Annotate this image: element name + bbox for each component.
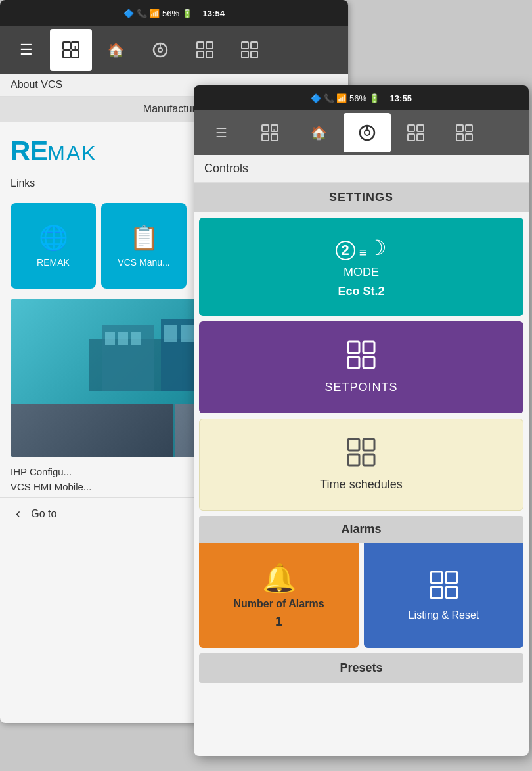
time-schedules-label: Time schedules (320, 478, 402, 492)
svg-rect-48 (348, 454, 359, 465)
vcs-manual-label: VCS Manu... (118, 257, 169, 268)
svg-rect-53 (446, 587, 457, 598)
time-back: 13:54 (203, 9, 225, 18)
svg-rect-37 (417, 134, 424, 141)
presets-bar: Presets (199, 653, 523, 683)
svg-rect-23 (181, 325, 194, 342)
svg-rect-52 (431, 587, 442, 598)
svg-point-7 (158, 48, 162, 52)
svg-text:i: i (74, 44, 76, 51)
setpoints-icon-back[interactable] (184, 29, 226, 71)
alarm-count: 1 (275, 614, 282, 629)
info-icon-back[interactable]: i (50, 29, 92, 71)
home-icon-back[interactable]: 🏠 (95, 29, 137, 71)
svg-rect-47 (363, 439, 374, 450)
time-front: 13:55 (390, 93, 412, 103)
time-schedules-card[interactable]: Time schedules (199, 419, 523, 511)
controls-icon-front[interactable] (344, 113, 391, 152)
back-arrow[interactable]: ‹ (11, 503, 26, 525)
number-of-alarms-card[interactable]: 🔔 Number of Alarms 1 (199, 543, 359, 648)
go-to-label: Go to (31, 508, 56, 520)
remak-link-card[interactable]: 🌐 REMAK (11, 203, 96, 289)
svg-rect-46 (348, 439, 359, 450)
mode-moon-icon: ☽ (368, 235, 387, 260)
mode-value: Eco St.2 (338, 285, 384, 298)
svg-rect-36 (408, 134, 414, 141)
svg-rect-45 (363, 357, 374, 368)
svg-rect-8 (197, 42, 204, 49)
remak-link-label: REMAK (37, 257, 70, 268)
svg-rect-14 (242, 51, 248, 58)
svg-rect-50 (431, 572, 442, 583)
svg-rect-29 (271, 134, 278, 141)
mode-card[interactable]: 2 ≡ ☽ MODE Eco St.2 (199, 218, 523, 316)
svg-rect-26 (262, 125, 269, 131)
svg-rect-28 (262, 134, 269, 141)
svg-rect-44 (348, 357, 359, 368)
svg-rect-0 (63, 42, 70, 49)
building-thumb-left (11, 404, 173, 457)
foreground-window: 🔷 📞 📶 56% 🔋 13:55 ☰ i 🏠 (194, 85, 529, 756)
svg-rect-21 (131, 332, 141, 345)
setpoints-grid-icon (347, 340, 376, 375)
manual-icon: 📋 (129, 224, 159, 252)
hamburger-icon-back[interactable]: ☰ (5, 29, 47, 71)
svg-rect-22 (164, 325, 177, 342)
mode-icon: 2 ≡ ☽ (336, 235, 388, 260)
svg-rect-43 (363, 342, 374, 353)
bell-icon: 🔔 (262, 562, 296, 594)
svg-text:i: i (273, 128, 275, 133)
svg-rect-39 (466, 125, 472, 131)
svg-rect-12 (242, 42, 248, 49)
status-icons-back: 🔷 📞 📶 56% 🔋 (123, 9, 192, 18)
svg-rect-20 (118, 332, 128, 345)
mode-bars-icon: ≡ (359, 245, 367, 260)
svg-rect-41 (466, 134, 472, 141)
mode-number-icon: 2 (336, 241, 355, 260)
controls-icon-back[interactable] (139, 29, 181, 71)
svg-rect-38 (456, 125, 463, 131)
hamburger-icon-front[interactable]: ☰ (198, 113, 245, 152)
timesched-grid-icon (347, 438, 376, 473)
listing-reset-label: Listing & Reset (409, 609, 479, 621)
svg-rect-40 (456, 134, 463, 141)
svg-point-33 (365, 130, 370, 135)
mode-label: MODE (344, 266, 379, 279)
svg-rect-15 (251, 51, 257, 58)
setpoints-icon-front[interactable] (392, 113, 439, 152)
svg-rect-10 (197, 51, 204, 58)
alarms-icon-front[interactable] (441, 113, 488, 152)
controls-label: Controls (194, 155, 529, 183)
status-icons-front: 🔷 📞 📶 56% 🔋 (311, 93, 379, 103)
svg-rect-51 (446, 572, 457, 583)
nav-bar-front: ☰ i 🏠 (194, 110, 529, 155)
svg-rect-9 (206, 42, 213, 49)
settings-heading: SETTINGS (194, 183, 529, 212)
status-bar-back: 🔷 📞 📶 56% 🔋 13:54 (0, 0, 348, 26)
vcs-manual-card[interactable]: 📋 VCS Manu... (101, 203, 187, 289)
svg-rect-19 (105, 332, 115, 345)
svg-rect-35 (417, 125, 424, 131)
listing-reset-card[interactable]: Listing & Reset (364, 543, 523, 648)
globe-icon: 🌐 (39, 224, 68, 252)
setpoints-card[interactable]: SETPOINTS (199, 321, 523, 413)
alarm-num-label: Number of Alarms (233, 598, 324, 610)
info-icon-front[interactable]: i (246, 113, 294, 152)
alarms-row: 🔔 Number of Alarms 1 Listing & Reset (199, 543, 523, 648)
svg-rect-11 (206, 51, 213, 58)
nav-bar-back: ☰ i 🏠 (0, 26, 348, 74)
alarms-heading: Alarms (199, 516, 523, 543)
svg-rect-42 (348, 342, 359, 353)
home-icon-front[interactable]: 🏠 (295, 113, 342, 152)
svg-rect-34 (408, 125, 414, 131)
listing-grid-icon (430, 571, 458, 605)
svg-rect-13 (251, 42, 257, 49)
svg-rect-2 (63, 51, 70, 58)
svg-rect-3 (72, 51, 79, 58)
status-bar-front: 🔷 📞 📶 56% 🔋 13:55 (194, 85, 529, 110)
setpoints-label: SETPOINTS (324, 381, 397, 394)
svg-rect-49 (363, 454, 374, 465)
alarms-icon-back[interactable] (229, 29, 271, 71)
